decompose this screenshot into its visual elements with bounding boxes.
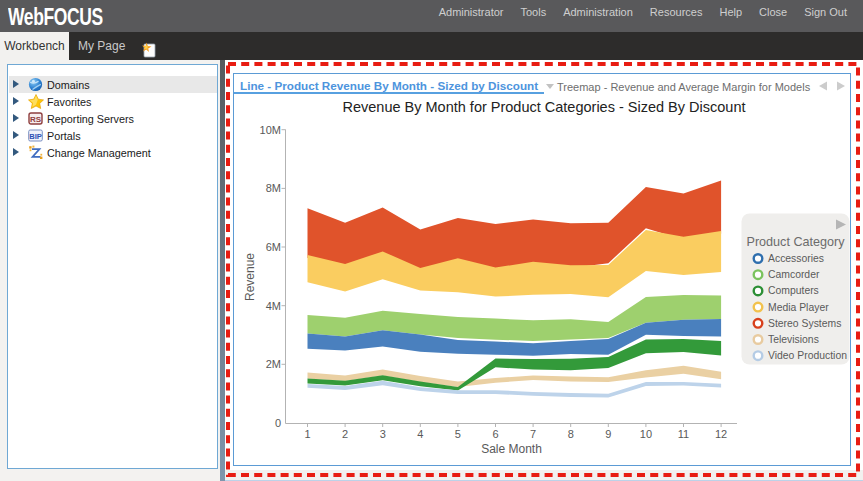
svg-text:Sale Month: Sale Month	[481, 442, 542, 456]
svg-text:Media Player: Media Player	[768, 302, 829, 313]
svg-text:8: 8	[568, 428, 574, 440]
svg-text:4: 4	[417, 428, 423, 440]
svg-text:Computers: Computers	[768, 285, 819, 296]
svg-text:8M: 8M	[266, 182, 281, 194]
svg-text:Product Category: Product Category	[746, 235, 845, 249]
svg-text:7: 7	[530, 428, 536, 440]
svg-text:Stereo Systems: Stereo Systems	[768, 318, 841, 329]
svg-text:Video Production: Video Production	[768, 350, 847, 361]
svg-text:10: 10	[640, 428, 652, 440]
svg-text:0: 0	[275, 417, 281, 429]
svg-text:9: 9	[605, 428, 611, 440]
svg-text:3: 3	[380, 428, 386, 440]
svg-text:10M: 10M	[260, 124, 281, 136]
svg-text:6: 6	[492, 428, 498, 440]
svg-text:11: 11	[678, 428, 689, 440]
svg-text:4M: 4M	[266, 300, 281, 312]
svg-text:1: 1	[304, 428, 310, 440]
svg-text:6M: 6M	[266, 241, 281, 253]
svg-text:Accessories: Accessories	[768, 253, 824, 264]
svg-text:2: 2	[342, 428, 348, 440]
svg-text:Televisions: Televisions	[768, 334, 819, 345]
svg-text:2M: 2M	[266, 358, 281, 370]
svg-text:12: 12	[715, 428, 727, 440]
svg-text:Camcorder: Camcorder	[768, 269, 820, 280]
svg-text:Revenue: Revenue	[243, 253, 257, 301]
svg-text:5: 5	[455, 428, 461, 440]
